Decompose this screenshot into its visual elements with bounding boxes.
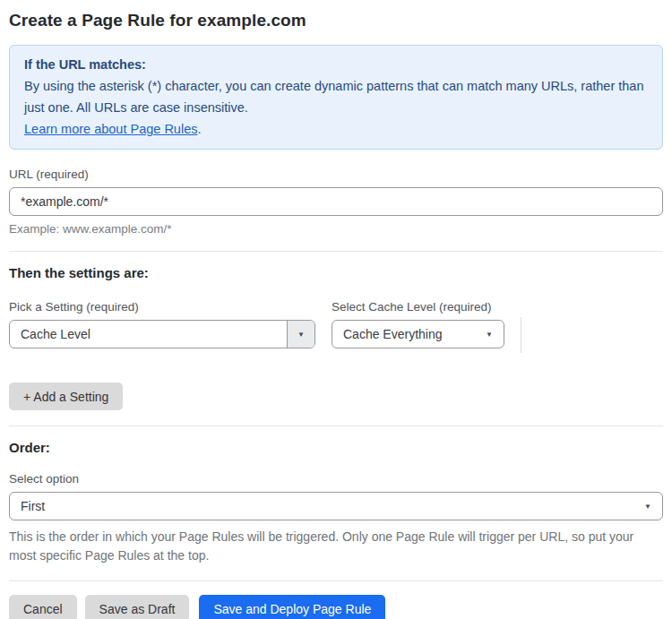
- create-page-rule-form: Create a Page Rule for example.com If th…: [0, 0, 672, 619]
- cancel-button[interactable]: Cancel: [9, 595, 77, 619]
- cache-level-selected-value: Cache Everything: [332, 321, 486, 348]
- url-example-text: Example: www.example.com/*: [9, 222, 663, 236]
- save-as-draft-button[interactable]: Save as Draft: [85, 595, 190, 619]
- url-match-info-box: If the URL matches: By using the asteris…: [9, 45, 663, 150]
- order-field: Select option First ▼ This is the order …: [9, 472, 663, 565]
- info-box-link-line: Learn more about Page Rules.: [24, 118, 648, 140]
- pick-setting-dropdown[interactable]: Cache Level ▼: [9, 320, 315, 348]
- order-select-label: Select option: [9, 472, 663, 486]
- divider: [9, 426, 663, 426]
- cache-level-dropdown[interactable]: Cache Everything ▼: [332, 320, 504, 348]
- url-field: URL (required) Example: www.example.com/…: [9, 168, 663, 236]
- pick-setting-column: Pick a Setting (required) Cache Level ▼: [9, 300, 315, 348]
- chevron-down-icon: ▼: [644, 493, 662, 520]
- order-selected-value: First: [10, 493, 644, 520]
- form-actions: Cancel Save as Draft Save and Deploy Pag…: [9, 595, 663, 619]
- save-and-deploy-button[interactable]: Save and Deploy Page Rule: [199, 595, 385, 619]
- chevron-down-icon[interactable]: ▼: [287, 321, 314, 348]
- divider: [9, 251, 663, 252]
- pick-setting-label: Pick a Setting (required): [9, 300, 315, 314]
- url-label: URL (required): [9, 168, 663, 181]
- link-suffix: .: [197, 122, 201, 136]
- info-box-heading: If the URL matches:: [24, 54, 648, 75]
- page-title: Create a Page Rule for example.com: [9, 11, 663, 30]
- divider: [9, 580, 663, 581]
- chevron-down-icon: ▼: [486, 321, 504, 348]
- order-dropdown[interactable]: First ▼: [9, 492, 663, 520]
- learn-more-link[interactable]: Learn more about Page Rules: [24, 122, 197, 136]
- cache-level-label: Select Cache Level (required): [332, 300, 504, 314]
- settings-heading: Then the settings are:: [9, 265, 663, 280]
- info-box-body: By using the asterisk (*) character, you…: [24, 75, 648, 118]
- settings-row: Pick a Setting (required) Cache Level ▼ …: [9, 300, 663, 353]
- cache-level-column: Select Cache Level (required) Cache Ever…: [332, 300, 504, 348]
- setting-group-divider: [521, 317, 521, 353]
- url-input[interactable]: [9, 187, 663, 216]
- order-helper-text: This is the order in which your Page Rul…: [9, 528, 663, 565]
- order-heading: Order:: [9, 440, 663, 455]
- pick-setting-selected-value: Cache Level: [10, 321, 287, 348]
- add-setting-button[interactable]: + Add a Setting: [9, 383, 123, 410]
